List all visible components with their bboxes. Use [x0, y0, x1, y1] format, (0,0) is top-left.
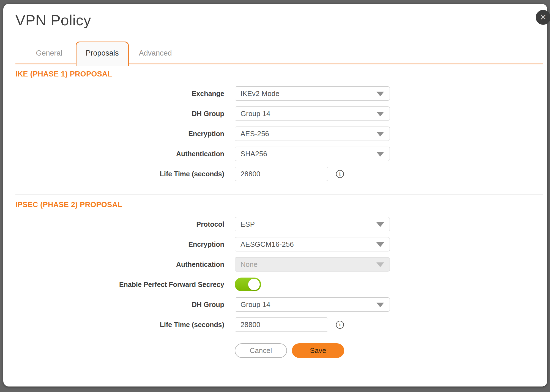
field-label: Life Time (seconds) [15, 321, 224, 329]
field-label: DH Group [15, 301, 224, 309]
chevron-down-icon [376, 92, 384, 96]
tab-bar: General Proposals Advanced [15, 42, 543, 64]
form-row-exchange: Exchange IKEv2 Mode [15, 86, 547, 101]
ike-form: Exchange IKEv2 Mode DH Group Group 14 En… [3, 86, 547, 181]
section-divider [15, 194, 543, 195]
field-label: Authentication [15, 150, 224, 158]
form-row-encryption-ipsec: Encryption AESGCM16-256 [15, 237, 547, 251]
form-row-protocol: Protocol ESP [15, 217, 547, 231]
tab-general[interactable]: General [23, 49, 76, 64]
chevron-down-icon [376, 112, 384, 116]
field-label: DH Group [15, 110, 224, 118]
cancel-button[interactable]: Cancel [235, 343, 287, 358]
chevron-down-icon [376, 222, 384, 227]
select-value: None [240, 260, 258, 269]
select-value: AESGCM16-256 [240, 240, 294, 249]
form-row-authentication: Authentication SHA256 [15, 147, 547, 161]
form-row-dh-group-ipsec: DH Group Group 14 [15, 297, 547, 312]
save-button[interactable]: Save [292, 343, 344, 358]
select-value: AES-256 [240, 130, 269, 138]
form-row-life-time: Life Time (seconds) i [15, 167, 547, 181]
select-value: IKEv2 Mode [240, 89, 280, 98]
select-value: Group 14 [240, 109, 270, 118]
ike-section-heading: IKE (PHASE 1) PROPOSAL [15, 70, 547, 78]
select-value: Group 14 [240, 300, 270, 309]
select-value: ESP [240, 220, 255, 229]
toggle-knob [248, 279, 260, 290]
chevron-down-icon [376, 242, 384, 247]
info-icon-glyph: i [339, 171, 341, 177]
ipsec-encryption-select[interactable]: AESGCM16-256 [235, 237, 390, 251]
protocol-select[interactable]: ESP [235, 217, 390, 231]
field-label: Authentication [15, 261, 224, 268]
field-label: Life Time (seconds) [15, 170, 224, 178]
form-row-life-time-ipsec: Life Time (seconds) i [15, 317, 547, 332]
close-icon: ✕ [540, 13, 546, 21]
field-label: Encryption [15, 240, 224, 248]
tab-proposals[interactable]: Proposals [76, 42, 129, 66]
pfs-toggle[interactable] [235, 278, 261, 291]
dialog-actions: Cancel Save [235, 343, 547, 358]
ipsec-life-time-input[interactable] [235, 317, 328, 332]
field-label: Encryption [15, 130, 224, 138]
authentication-select[interactable]: SHA256 [235, 147, 390, 161]
vpn-policy-dialog: VPN Policy General Proposals Advanced IK… [3, 4, 547, 386]
ipsec-form: Protocol ESP Encryption AESGCM16-256 Aut… [3, 217, 547, 332]
dh-group-select[interactable]: Group 14 [235, 106, 390, 121]
life-time-input[interactable] [235, 167, 328, 181]
field-label: Enable Perfect Forward Secrecy [15, 281, 224, 289]
select-value: SHA256 [240, 150, 267, 158]
ipsec-section-heading: IPSEC (PHASE 2) PROPOSAL [15, 201, 547, 209]
form-row-pfs: Enable Perfect Forward Secrecy [15, 277, 547, 292]
chevron-down-icon [376, 132, 384, 136]
chevron-down-icon [376, 303, 384, 307]
page-title: VPN Policy [15, 12, 547, 29]
exchange-select[interactable]: IKEv2 Mode [235, 86, 390, 101]
info-icon-glyph: i [339, 322, 341, 328]
form-row-encryption: Encryption AES-256 [15, 127, 547, 141]
form-row-dh-group: DH Group Group 14 [15, 106, 547, 121]
ipsec-authentication-select-disabled: None [235, 257, 390, 272]
info-icon[interactable]: i [336, 321, 344, 329]
form-row-authentication-ipsec: Authentication None [15, 257, 547, 272]
close-button[interactable]: ✕ [536, 10, 550, 25]
chevron-down-icon [376, 262, 384, 267]
chevron-down-icon [376, 152, 384, 157]
encryption-select[interactable]: AES-256 [235, 127, 390, 141]
ipsec-dh-group-select[interactable]: Group 14 [235, 297, 390, 312]
tab-advanced[interactable]: Advanced [129, 49, 182, 64]
field-label: Exchange [15, 90, 224, 98]
field-label: Protocol [15, 220, 224, 228]
info-icon[interactable]: i [336, 170, 344, 178]
